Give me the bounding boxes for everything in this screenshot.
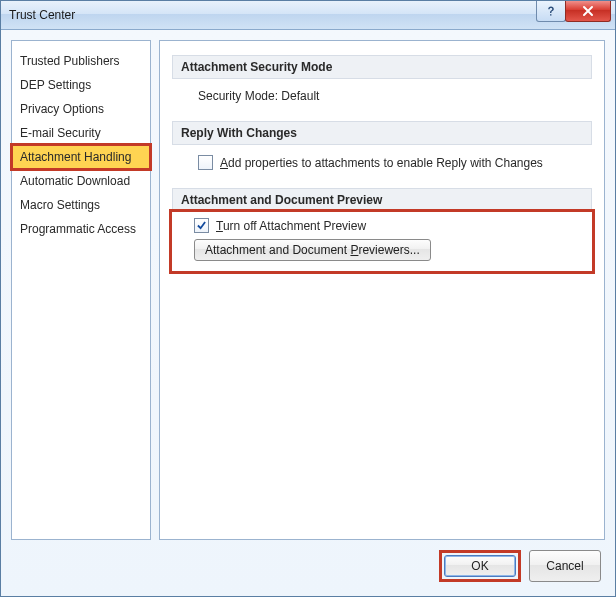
sidebar-item-macro-settings[interactable]: Macro Settings	[12, 193, 150, 217]
section-body-preview: Turn off Attachment Preview Attachment a…	[169, 209, 595, 274]
turnoff-preview-checkbox[interactable]	[194, 218, 209, 233]
previewers-button[interactable]: Attachment and Document Previewers...	[194, 239, 431, 261]
dialog-footer: OK Cancel	[11, 540, 605, 586]
sidebar-item-dep-settings[interactable]: DEP Settings	[12, 73, 150, 97]
sidebar-item-programmatic-access[interactable]: Programmatic Access	[12, 217, 150, 241]
content-pane: Attachment Security Mode Security Mode: …	[159, 40, 605, 540]
close-icon	[581, 5, 595, 17]
reply-checkbox[interactable]	[198, 155, 213, 170]
panes: Trusted Publishers DEP Settings Privacy …	[11, 40, 605, 540]
reply-checkbox-label: Add properties to attachments to enable …	[220, 156, 543, 170]
cancel-button[interactable]: Cancel	[529, 550, 601, 582]
previewers-button-pre: Attachment and Document	[205, 243, 350, 257]
ok-highlight: OK	[439, 550, 521, 582]
sidebar-item-label: Attachment Handling	[20, 150, 131, 164]
sidebar-item-label: Macro Settings	[20, 198, 100, 212]
help-icon	[545, 5, 557, 17]
sidebar: Trusted Publishers DEP Settings Privacy …	[11, 40, 151, 540]
client-area: Trusted Publishers DEP Settings Privacy …	[1, 30, 615, 596]
section-body-reply: Add properties to attachments to enable …	[172, 145, 592, 184]
window-title: Trust Center	[9, 8, 75, 22]
sidebar-item-label: DEP Settings	[20, 78, 91, 92]
help-button[interactable]	[536, 1, 566, 22]
previewers-button-post: reviewers...	[358, 243, 419, 257]
trust-center-window: Trust Center Trusted Publishers DEP S	[0, 0, 616, 597]
turnoff-preview-row[interactable]: Turn off Attachment Preview	[194, 218, 584, 233]
sidebar-item-label: Automatic Download	[20, 174, 130, 188]
sidebar-item-attachment-handling[interactable]: Attachment Handling	[12, 145, 150, 169]
caption-buttons	[537, 1, 611, 22]
section-header-security-mode: Attachment Security Mode	[172, 55, 592, 79]
ok-button[interactable]: OK	[444, 555, 516, 577]
sidebar-item-label: Programmatic Access	[20, 222, 136, 236]
titlebar: Trust Center	[1, 1, 615, 30]
close-button[interactable]	[565, 1, 611, 22]
security-mode-text: Security Mode: Default	[198, 89, 319, 103]
sidebar-item-label: Trusted Publishers	[20, 54, 120, 68]
sidebar-item-email-security[interactable]: E-mail Security	[12, 121, 150, 145]
sidebar-item-privacy-options[interactable]: Privacy Options	[12, 97, 150, 121]
sidebar-item-automatic-download[interactable]: Automatic Download	[12, 169, 150, 193]
section-body-security-mode: Security Mode: Default	[172, 79, 592, 117]
sidebar-item-label: Privacy Options	[20, 102, 104, 116]
reply-checkbox-row[interactable]: Add properties to attachments to enable …	[198, 155, 584, 170]
sidebar-item-label: E-mail Security	[20, 126, 101, 140]
sidebar-item-trusted-publishers[interactable]: Trusted Publishers	[12, 49, 150, 73]
turnoff-preview-label: Turn off Attachment Preview	[216, 219, 366, 233]
section-header-reply: Reply With Changes	[172, 121, 592, 145]
